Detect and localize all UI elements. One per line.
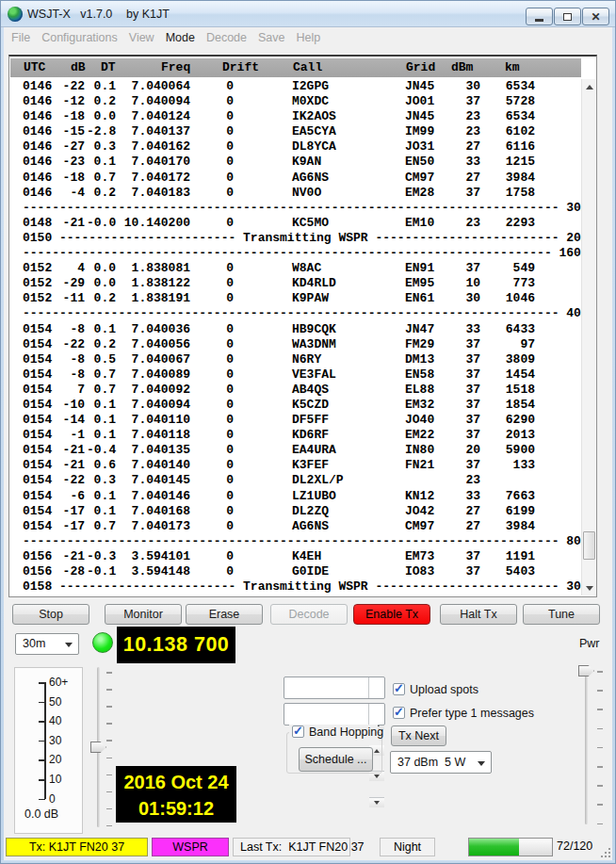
cell-dt: 0.0: [87, 109, 116, 123]
decode-row[interactable]: 0156-21-0.33.5941010K4EHEM73371191: [9, 549, 582, 564]
chevron-down-icon: [65, 643, 73, 647]
decode-row[interactable]: 0146-270.37.0401620DL8YCAJO31276116: [9, 139, 582, 155]
decode-row[interactable]: 0146-230.17.0401700K9ANEN50331215: [9, 155, 582, 170]
cell-km: 6290: [482, 413, 535, 427]
decode-row[interactable]: 0154-10.17.0401180KD6RFEM22372013: [9, 428, 582, 443]
decode-row[interactable]: 0146-120.27.0400940M0XDCJO01375728: [9, 94, 582, 109]
tx-progress-bar: [468, 838, 553, 856]
stop-button[interactable]: Stop: [12, 604, 89, 625]
enable-tx-button[interactable]: Enable Tx: [353, 604, 430, 625]
band-separator-row[interactable]: ----------------------------------------…: [9, 246, 582, 261]
decode-table[interactable]: UTCdBDTFreqDriftCallGriddBmkm 0146-220.1…: [8, 55, 597, 597]
decode-row[interactable]: 0152-290.01.8381220KD4RLDEM9510773: [9, 276, 582, 291]
wsjtx-window: WSJT-X v1.7.0 by K1JT ✕ FileConfiguratio…: [0, 0, 616, 864]
cell-drift: 0: [198, 489, 234, 503]
menu-save[interactable]: Save: [252, 31, 291, 44]
decode-row[interactable]: 0154-80.77.0400890VE3FALEN58371454: [9, 367, 582, 383]
cell-db: -8: [43, 367, 85, 382]
decode-row[interactable]: 0154-80.57.0400670N6RYDM13373809: [9, 352, 582, 367]
cell-dbm: 30: [441, 79, 480, 93]
column-header-dbm: dBm: [451, 60, 473, 74]
cell-freq: 1.838122: [113, 276, 190, 290]
tx-pct-spinner[interactable]: Tx Pct 20 %: [284, 703, 385, 725]
decode-row[interactable]: 015240.01.8380810W8ACEN9137549: [9, 261, 582, 276]
minimize-button[interactable]: [526, 8, 553, 25]
band-select[interactable]: 30m: [15, 633, 79, 655]
scrollbar-thumb[interactable]: [583, 531, 595, 560]
menu-view[interactable]: View: [123, 31, 160, 44]
scroll-down-button[interactable]: [582, 580, 596, 595]
transmitting-row[interactable]: 0158 ------------------------ Transmitti…: [9, 579, 582, 595]
decode-row[interactable]: 0146-40.27.0401830NV0OEM28371758: [9, 186, 582, 201]
decode-row[interactable]: 0148-21-0.010.1402000KC5MOEM10232293: [9, 216, 582, 231]
cell-dbm: 27: [441, 519, 480, 533]
pwr-slider-track[interactable]: [585, 668, 588, 824]
menu-file[interactable]: File: [6, 31, 36, 44]
schedule-button[interactable]: Schedule ...: [299, 747, 373, 772]
close-button[interactable]: ✕: [582, 8, 609, 25]
band-hopping-label: Band Hopping: [309, 725, 383, 739]
rx-gain-slider-thumb[interactable]: [90, 742, 106, 753]
decode-row[interactable]: 0154-140.17.0401100DF5FFJO40376290: [9, 413, 582, 428]
decode-row[interactable]: 0146-15-2.87.0401370EA5CYAIM99236102: [9, 124, 582, 139]
decode-row[interactable]: 0146-220.17.0400640I2GPGJN45306534: [9, 79, 582, 94]
decode-row[interactable]: 0154-170.17.0401680DL2ZQJO42276199: [9, 504, 582, 519]
band-hopping-checkbox[interactable]: ✓: [292, 725, 304, 738]
scroll-up-button[interactable]: [582, 79, 596, 94]
prefer-type1-checkbox[interactable]: ✓: [393, 707, 405, 719]
monitor-button[interactable]: Monitor: [105, 604, 182, 625]
decode-row[interactable]: 0154-220.37.0401450DL2XL/P23: [9, 473, 582, 488]
erase-button[interactable]: Erase: [186, 604, 263, 625]
decode-row[interactable]: 0146-180.07.0401240IK2AOSJN45236534: [9, 109, 582, 124]
tx-freq-spinner[interactable]: Tx 1500 Hz: [284, 677, 385, 699]
band-separator-row[interactable]: ----------------------------------------…: [9, 201, 582, 216]
upload-spots-checkbox[interactable]: ✓: [393, 683, 405, 695]
tx-next-button[interactable]: Tx Next: [391, 725, 446, 746]
cell-freq: 7.040124: [113, 109, 190, 123]
menu-help[interactable]: Help: [291, 31, 327, 44]
decode-row[interactable]: 0154-210.67.0401400K3FEFFN2137133: [9, 458, 582, 473]
menu-decode[interactable]: Decode: [201, 31, 252, 44]
tune-button[interactable]: Tune: [523, 604, 600, 625]
decode-row[interactable]: 0156-28-0.13.5941480G0IDEIO83375403: [9, 564, 582, 579]
cell-dbm: 10: [441, 276, 480, 290]
decode-row[interactable]: 0152-110.21.8381910K9PAWEN61301046: [9, 291, 582, 306]
tx-pct-down-button[interactable]: [369, 797, 384, 807]
decode-row[interactable]: 0154-60.17.0401460LZ1UBOKN12337663: [9, 489, 582, 504]
cell-drift: 0: [198, 216, 234, 230]
column-header-utc: UTC: [24, 60, 45, 74]
check-icon: ✓: [394, 681, 404, 695]
transmitting-row[interactable]: 0150 ------------------------ Transmitti…: [9, 231, 582, 246]
cell-db: -8: [43, 352, 85, 367]
band-separator-row[interactable]: ----------------------------------------…: [9, 306, 582, 321]
cell-freq: 7.040172: [113, 171, 190, 185]
decode-row[interactable]: 015470.77.0400920AB4QSEL88371518: [9, 383, 582, 398]
decode-row[interactable]: 0154-220.27.0400560WA3DNMFM293797: [9, 337, 582, 352]
decode-row[interactable]: 0146-180.77.0401720AG6NSCM97273984: [9, 171, 582, 186]
cell-dbm: 33: [441, 322, 480, 336]
cell-call: AG6NS: [292, 171, 396, 185]
meter-tick: [39, 682, 45, 684]
slider-tick: [106, 672, 112, 674]
window-title: WSJT-X v1.7.0: [27, 8, 112, 21]
cell-call: K9AN: [292, 155, 396, 169]
cell-call: N6RY: [292, 352, 396, 367]
halt-tx-button[interactable]: Halt Tx: [440, 604, 517, 625]
decode-row[interactable]: 0154-80.17.0400360HB9CQKJN47336433: [9, 322, 582, 337]
band-separator-row[interactable]: ----------------------------------------…: [9, 534, 582, 549]
decode-row[interactable]: 0154-100.17.0400940K5CZDEM32371854: [9, 398, 582, 413]
cell-grid: JO01: [405, 94, 443, 108]
cell-dt: 0.0: [87, 261, 116, 275]
cell-db: -21: [43, 216, 85, 230]
cell-dt: 0.2: [87, 186, 116, 200]
decode-row[interactable]: 0154-170.77.0401730AG6NSCM97273984: [9, 519, 582, 534]
maximize-button[interactable]: [554, 8, 581, 25]
menu-configurations[interactable]: Configurations: [36, 31, 123, 44]
pwr-slider-thumb[interactable]: [578, 665, 594, 677]
scrollbar[interactable]: [581, 79, 595, 595]
menu-mode[interactable]: Mode: [160, 31, 201, 44]
resize-grip[interactable]: [601, 848, 610, 857]
window-border-left: [1, 27, 4, 862]
decode-row[interactable]: 0154-21-0.47.0401350EA4URAIN80205900: [9, 443, 582, 458]
power-select[interactable]: 37 dBm 5 W: [390, 751, 492, 774]
